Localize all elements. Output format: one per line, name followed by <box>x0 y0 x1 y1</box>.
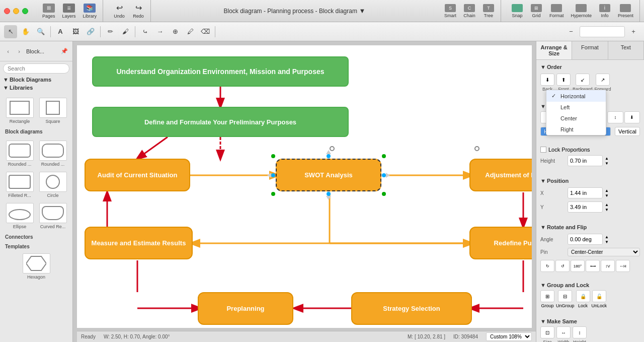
layers-button[interactable]: ≡ Layers <box>59 3 79 20</box>
format-button[interactable]: Format <box>546 3 567 19</box>
same-width-button[interactable]: ↔ Width <box>556 326 571 342</box>
node-strategy[interactable]: Strategy Selection <box>351 292 472 325</box>
rotate-handle[interactable] <box>330 146 335 151</box>
canvas-area[interactable]: Understand Organization Environment, Mis… <box>73 41 536 342</box>
shape-curved[interactable]: Curved Re... <box>38 202 67 229</box>
lock-button[interactable]: 🔒 Lock <box>576 290 590 308</box>
node-audit[interactable]: Audit of Current Situation <box>85 159 190 191</box>
group-lock-header[interactable]: ▼ Group and Lock <box>540 280 640 290</box>
nav-back[interactable]: ‹ <box>3 46 13 56</box>
hypernote-button[interactable]: Hypernote <box>568 3 595 19</box>
shape-square[interactable]: Square <box>38 97 67 124</box>
shape-hexagon[interactable]: Hexagon <box>2 252 70 280</box>
info-button[interactable]: i Info <box>596 3 614 19</box>
pages-button[interactable]: ⊞ Pages <box>39 3 58 20</box>
tab-format[interactable]: Format <box>572 41 608 59</box>
front-button[interactable]: ⬆ Front <box>556 74 571 92</box>
eraser-tool[interactable]: ⌫ <box>199 25 212 38</box>
y-stepper[interactable]: ▲ ▼ <box>605 202 609 212</box>
shape-filleted[interactable]: Filleted R... <box>5 171 34 198</box>
order-header[interactable]: ▼ Order <box>540 62 640 72</box>
y-input[interactable] <box>568 201 603 213</box>
zoom-select[interactable]: Custom 108% <box>486 332 532 341</box>
dd-right[interactable]: Right <box>546 124 606 135</box>
height-input[interactable] <box>568 155 603 166</box>
zoom-tool[interactable]: 🔍 <box>34 25 47 38</box>
node-swot[interactable]: SWOT Analysis <box>276 159 381 191</box>
grid-button[interactable]: ⊞ Grid <box>527 3 545 19</box>
smart-button[interactable]: S Smart <box>441 3 459 19</box>
minimize-button[interactable] <box>13 8 19 14</box>
rotate-header[interactable]: ▼ Rotate and Flip <box>540 222 640 232</box>
image-tool[interactable]: 🖼 <box>69 25 82 38</box>
node-define[interactable]: Define and Formulate Your Preliminary Pu… <box>92 107 349 137</box>
back-button[interactable]: ⬇ Back <box>540 74 554 92</box>
shape-ellipse[interactable]: Ellipse <box>5 202 34 229</box>
connect-tool[interactable]: ⤿ <box>138 25 151 38</box>
angle-input[interactable] <box>568 234 603 245</box>
same-height-button[interactable]: ↕ Height <box>573 326 587 342</box>
pin-select[interactable]: Center-Center <box>568 248 640 256</box>
same-size-button[interactable]: ⊡ Size <box>540 326 554 342</box>
angle-stepper[interactable]: ▲ ▼ <box>605 235 609 244</box>
zoom-in-button[interactable]: + <box>627 25 640 38</box>
text-tool[interactable]: A <box>54 25 67 38</box>
libraries-header[interactable]: ▼ Libraries <box>3 85 69 91</box>
backward-button[interactable]: ↙ Backward <box>573 74 593 92</box>
chain-button[interactable]: C Chain <box>460 3 478 19</box>
tab-text[interactable]: Text <box>608 41 644 59</box>
forward-button[interactable]: ↗ Forward <box>595 74 611 92</box>
snap-button[interactable]: Snap <box>508 3 526 19</box>
waypoint-tool[interactable]: ⊕ <box>169 25 182 38</box>
nav-forward[interactable]: › <box>14 46 24 56</box>
vertical-flip[interactable]: ↕V <box>601 260 615 272</box>
node-preplanning[interactable]: Preplanning <box>198 292 293 325</box>
node-measure[interactable]: Measure and Estimate Results <box>85 227 193 259</box>
align-middle[interactable]: ↕ <box>607 111 623 123</box>
select-tool[interactable]: ↖ <box>4 25 17 38</box>
lock-proportions-checkbox[interactable] <box>540 147 546 153</box>
shape-rounded2[interactable]: Rounded ... <box>38 140 67 167</box>
node-understand[interactable]: Understand Organization Environment, Mis… <box>92 56 349 87</box>
horizontal-flip[interactable]: ↔H <box>616 260 630 272</box>
shape-circle[interactable]: Circle <box>38 171 67 198</box>
library-button[interactable]: 📚 Library <box>80 3 100 20</box>
x-stepper[interactable]: ▲ ▼ <box>605 188 609 198</box>
make-same-header[interactable]: ▼ Make Same <box>540 316 640 326</box>
position-header[interactable]: ▼ Position <box>540 176 640 186</box>
canvas-content[interactable]: Understand Organization Environment, Mis… <box>77 45 532 328</box>
tab-arrange[interactable]: Arrange & Size <box>536 41 572 59</box>
hand-tool[interactable]: ✋ <box>19 25 32 38</box>
shape-rounded1[interactable]: Rounded ... <box>5 140 34 167</box>
height-stepper[interactable]: ▲ ▼ <box>605 156 609 166</box>
shape-rectangle[interactable]: Rectangle <box>5 97 34 124</box>
undo-button[interactable]: ↩ Undo <box>110 2 128 20</box>
brush-tool[interactable]: 🖌 <box>119 25 132 38</box>
rotate-handle2[interactable] <box>474 146 479 151</box>
pencil-tool[interactable]: ✏ <box>104 25 117 38</box>
tree-button[interactable]: T Tree <box>479 3 498 19</box>
search-input[interactable] <box>3 63 69 74</box>
dd-horizontal[interactable]: ✓ Horizontal <box>546 90 606 102</box>
maximize-button[interactable] <box>22 8 28 14</box>
zoom-input[interactable]: Custom 108% <box>580 26 625 37</box>
sidebar-pin[interactable]: 📌 <box>59 46 69 56</box>
link-tool[interactable]: 🔗 <box>84 25 97 38</box>
unlock-button[interactable]: 🔓 UnLock <box>592 290 607 308</box>
group-button[interactable]: ⊞ Group <box>540 290 554 308</box>
align-bottom[interactable]: ⬇ <box>624 111 640 123</box>
present-button[interactable]: Present <box>615 3 636 19</box>
rotate-90ccw[interactable]: ↺ <box>555 260 570 272</box>
flip-button[interactable]: ⟷ <box>586 260 600 272</box>
node-redefine[interactable]: Redefine Purposes <box>469 227 532 259</box>
redo-button[interactable]: ↪ Redo <box>129 2 147 20</box>
node-adjustment[interactable]: Adjustment of Estimates <box>469 159 532 191</box>
rotate-180[interactable]: 180° <box>571 260 585 272</box>
dd-left[interactable]: Left <box>546 102 606 113</box>
zoom-out-button[interactable]: − <box>565 25 578 38</box>
dd-center[interactable]: Center <box>546 113 606 124</box>
x-input[interactable] <box>568 187 603 198</box>
ungroup-button[interactable]: ⊟ UnGroup <box>556 290 575 308</box>
vertical-button[interactable]: Vertical <box>615 127 640 136</box>
block-diagrams-header[interactable]: ▼ Block Diagrams <box>3 77 69 83</box>
